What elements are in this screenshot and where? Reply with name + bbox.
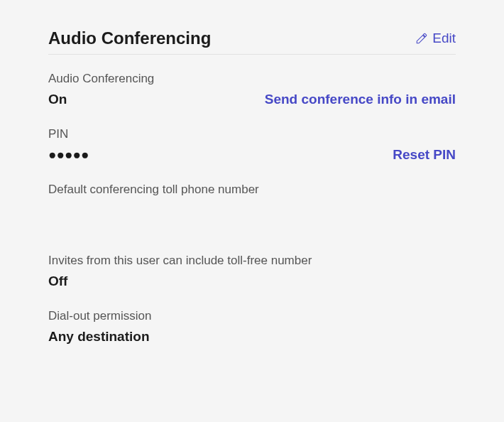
audio-conferencing-label: Audio Conferencing bbox=[48, 72, 456, 86]
toll-free-invites-value: Off bbox=[48, 274, 456, 289]
audio-conferencing-value: On bbox=[48, 92, 67, 107]
pin-field: PIN ●●●●● Reset PIN bbox=[48, 127, 456, 163]
default-toll-value bbox=[48, 202, 456, 212]
pin-value: ●●●●● bbox=[48, 147, 89, 163]
send-conference-info-link[interactable]: Send conference info in email bbox=[265, 92, 456, 107]
audio-conferencing-panel: Audio Conferencing Edit Audio Conferenci… bbox=[0, 0, 504, 393]
audio-conferencing-field: Audio Conferencing On Send conference in… bbox=[48, 72, 456, 107]
edit-button-label: Edit bbox=[432, 31, 456, 46]
default-toll-field: Default conferencing toll phone number bbox=[48, 183, 456, 212]
pin-label: PIN bbox=[48, 127, 456, 141]
edit-button[interactable]: Edit bbox=[415, 31, 456, 46]
dial-out-value: Any destination bbox=[48, 329, 456, 345]
dial-out-field: Dial-out permission Any destination bbox=[48, 309, 456, 345]
toll-free-invites-field: Invites from this user can include toll-… bbox=[48, 254, 456, 289]
section-header: Audio Conferencing Edit bbox=[48, 28, 456, 55]
dial-out-label: Dial-out permission bbox=[48, 309, 456, 323]
toll-free-invites-label: Invites from this user can include toll-… bbox=[48, 254, 456, 268]
pencil-icon bbox=[415, 32, 428, 45]
section-title: Audio Conferencing bbox=[48, 28, 211, 48]
default-toll-label: Default conferencing toll phone number bbox=[48, 183, 456, 197]
reset-pin-link[interactable]: Reset PIN bbox=[393, 147, 456, 163]
